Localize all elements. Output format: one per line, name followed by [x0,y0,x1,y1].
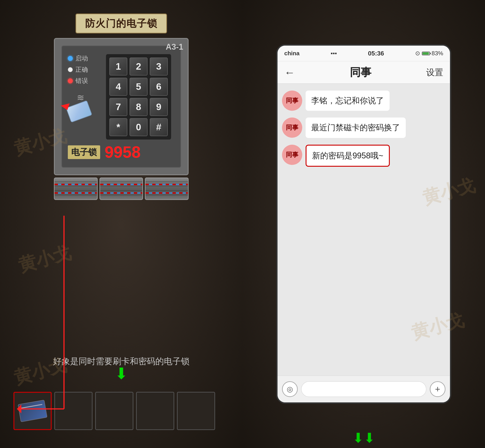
indicator-error: 错误 [68,77,95,85]
key-hash[interactable]: # [150,118,168,136]
roller-stripe-bottom-1 [55,192,97,194]
key-2[interactable]: 2 [130,57,148,75]
roller-1-inner [55,178,97,199]
phone-device: china ▪▪▪ 05:36 ⊙ 83% ← 同事 设置 [276,44,451,404]
key-9[interactable]: 9 [150,98,168,116]
key-8[interactable]: 8 [130,98,148,116]
key-star[interactable]: * [109,118,127,136]
indicator-start: 启动 [68,54,95,63]
phone-panel: 黄小戈 黄小戈 Ai china ▪▪▪ 05:36 ⊙ 83% [242,0,485,448]
roller-2-inner [100,178,143,199]
avatar-3-label: 同事 [286,151,298,159]
rollers-container [54,177,189,200]
status-time: 05:36 [368,50,384,57]
inventory-slot-3[interactable] [95,392,133,430]
inventory-slot-5[interactable] [177,392,215,430]
lock-panel-container: 防火门的电子锁 A3-1 启动 正确 [27,14,216,200]
inventory-slot-1[interactable] [14,392,52,430]
indicator-label-correct: 正确 [75,65,88,74]
status-signal: ▪▪▪ [331,50,337,57]
keypad-area: 启动 正确 错误 ≋ [68,54,175,140]
card-reader[interactable]: ≋ [68,92,95,128]
lock-model-label: A3-1 [166,42,183,52]
key-1[interactable]: 1 [109,57,127,75]
roller-2 [100,177,143,200]
chat-text-3: 新的密码是9958哦~ [312,151,383,160]
lock-title: 防火门的电子锁 [75,14,167,33]
key-4[interactable]: 4 [109,78,127,96]
chat-text-2: 最近门禁磁卡的密码换了 [311,123,400,132]
green-arrows-bottom: ⬇⬇ [352,430,375,446]
card-waves-icon: ≋ [77,92,84,103]
indicator-label-start: 启动 [75,54,88,63]
voice-icon: ◎ [287,385,293,393]
chat-message-2: 同事 最近门禁磁卡的密码换了 [282,118,446,138]
back-button[interactable]: ← [284,66,295,79]
status-right-group: ⊙ 83% [415,50,443,57]
key-0[interactable]: 0 [130,118,148,136]
chat-bubble-3-highlighted: 新的密码是9958哦~ [305,145,390,167]
avatar-2-label: 同事 [286,123,298,132]
roller-stripe-top-3 [146,184,188,185]
lock-display: 电子锁 9958 [68,143,175,161]
arrow-down-indicator: ⬇ [115,364,128,383]
roller-stripe-top-2 [100,184,143,185]
indicator-dot-red [68,78,73,83]
lock-indicators: 启动 正确 错误 ≋ [68,54,95,128]
inventory-slot-2[interactable] [54,392,93,430]
key-3[interactable]: 3 [150,57,168,75]
roller-1 [54,177,98,200]
roller-stripe-bottom-2 [100,192,143,194]
lock-device[interactable]: A3-1 启动 正确 [54,38,189,175]
message-input[interactable] [301,381,426,397]
key-7[interactable]: 7 [109,98,127,116]
inventory-card-item [18,400,47,422]
key-5[interactable]: 5 [130,78,148,96]
chat-text-1: 李铭，忘记和你说了 [311,96,384,105]
indicator-label-error: 错误 [75,77,88,85]
key-6[interactable]: 6 [150,78,168,96]
roller-3 [145,177,189,200]
svg-rect-6 [422,52,429,55]
chat-bubble-2: 最近门禁磁卡的密码换了 [305,118,406,138]
status-carrier: china [284,50,299,57]
settings-button[interactable]: 设置 [426,67,443,78]
phone-header: ← 同事 设置 [278,61,450,84]
indicator-dot-blue [68,56,73,61]
lock-device-inner: 启动 正确 错误 ≋ [62,46,181,168]
chat-title: 同事 [350,65,371,80]
lock-code-display: 9958 [105,143,141,161]
roller-stripe-top-1 [55,184,97,185]
chat-area: 同事 李铭，忘记和你说了 同事 最近门禁磁卡的密码换了 同事 [278,84,450,376]
voice-button[interactable]: ◎ [282,381,298,397]
phone-status-bar: china ▪▪▪ 05:36 ⊙ 83% [278,46,450,61]
indicator-dot-white [68,67,73,72]
avatar-3: 同事 [282,145,302,165]
avatar-2: 同事 [282,118,302,138]
avatar-1-label: 同事 [286,96,298,105]
card-icon [66,100,92,123]
chat-message-1: 同事 李铭，忘记和你说了 [282,90,446,111]
roller-stripe-bottom-3 [146,192,188,194]
indicator-correct: 正确 [68,65,95,74]
phone-input-bar: ◎ + [278,376,450,402]
lock-label-text: 电子锁 [68,145,100,159]
game-panel: 黄小戈 黄小戈 黄小戈 防火门的电子锁 A3-1 启动 正确 [0,0,242,448]
camera-icon: ⊙ [415,50,420,57]
battery-icon: 83% [422,50,443,57]
inventory-slot-4[interactable] [136,392,174,430]
add-button[interactable]: + [430,381,446,397]
inventory-bar [14,392,215,430]
chat-message-3: 同事 新的密码是9958哦~ [282,145,446,167]
battery-percent: 83% [431,50,443,57]
roller-3-inner [146,178,188,199]
avatar-1: 同事 [282,90,302,111]
keypad-grid[interactable]: 1 2 3 4 5 6 7 8 9 * 0 # [106,54,171,140]
add-icon: + [435,384,440,394]
chat-bubble-1: 李铭，忘记和你说了 [305,90,390,111]
svg-rect-5 [430,53,431,54]
